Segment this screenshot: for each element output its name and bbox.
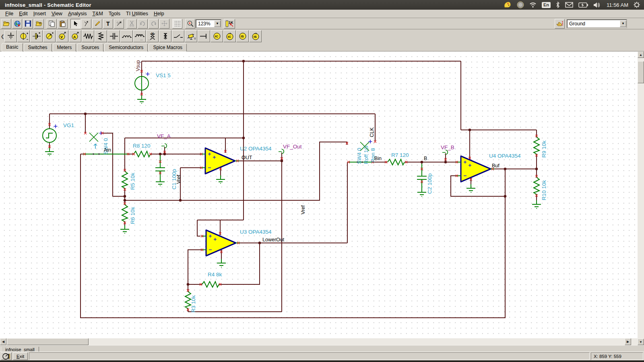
palette-voltage-generator-button[interactable]: V bbox=[56, 30, 68, 42]
resistor-r6[interactable] bbox=[120, 205, 129, 234]
keyboard-layout-indicator[interactable]: En bbox=[542, 2, 551, 8]
move-button-disabled[interactable] bbox=[159, 19, 169, 29]
volume-icon[interactable] bbox=[593, 2, 601, 8]
session-gear-icon[interactable] bbox=[634, 2, 640, 8]
opamp-u2[interactable] bbox=[200, 148, 239, 184]
palette-jumper-button[interactable] bbox=[198, 30, 210, 42]
palette-transformer-button[interactable] bbox=[159, 30, 171, 42]
wifi-icon[interactable] bbox=[529, 2, 537, 8]
opamp-u3[interactable] bbox=[201, 230, 240, 267]
resistor-r4[interactable] bbox=[202, 282, 219, 287]
probe-vf-out[interactable] bbox=[279, 149, 284, 154]
menu-view[interactable]: View bbox=[49, 10, 65, 17]
component-values-button[interactable]: 1K bbox=[224, 19, 235, 29]
menu-analysis[interactable]: Analysis bbox=[65, 10, 90, 17]
probe-vf-a[interactable] bbox=[161, 144, 167, 148]
palette-current-generator-button[interactable]: A bbox=[69, 30, 81, 42]
vs1-source[interactable] bbox=[135, 76, 149, 104]
horizontal-scroll-thumb[interactable] bbox=[7, 338, 89, 345]
vertical-scrollbar[interactable]: ▲ ▼ bbox=[638, 51, 644, 345]
tab-spice-macros[interactable]: Spice Macros bbox=[149, 43, 187, 51]
exit-button[interactable]: Exit bbox=[13, 352, 28, 360]
find-component-hand-button[interactable] bbox=[555, 19, 565, 29]
tab-semiconductors[interactable]: Semiconductors bbox=[104, 43, 148, 51]
resistor-r7[interactable] bbox=[388, 159, 405, 165]
scroll-left-arrow[interactable]: ◀ bbox=[0, 338, 6, 345]
undo-button-disabled[interactable] bbox=[138, 19, 148, 29]
probe-vf-b[interactable] bbox=[442, 150, 448, 154]
palette-controlled-source-ic2-button[interactable]: IC+1 bbox=[223, 30, 236, 42]
scroll-right-arrow[interactable]: ▶ bbox=[625, 338, 631, 345]
scroll-up-arrow[interactable]: ▲ bbox=[638, 51, 644, 58]
export-button[interactable] bbox=[34, 19, 44, 29]
horizontal-scrollbar[interactable]: ◀ ▶ bbox=[0, 338, 638, 345]
vg1-generator[interactable] bbox=[43, 129, 56, 156]
symbol-combo-arrow-icon[interactable]: ▼ bbox=[620, 21, 626, 27]
text-tool-button[interactable]: T bbox=[103, 19, 113, 29]
zoom-tool-button[interactable] bbox=[185, 19, 195, 29]
tab-sources[interactable]: Sources bbox=[77, 43, 103, 51]
palette-switch-button[interactable] bbox=[172, 30, 184, 42]
palette-ground-button[interactable] bbox=[4, 30, 17, 42]
mail-icon[interactable] bbox=[565, 2, 573, 8]
capacitor-c1[interactable] bbox=[155, 155, 165, 186]
status-orb-icon[interactable] bbox=[517, 1, 524, 8]
palette-capacitor-button[interactable] bbox=[107, 30, 120, 42]
menu-insert[interactable]: Insert bbox=[31, 10, 49, 17]
menu-tools[interactable]: Tools bbox=[106, 10, 123, 17]
open-web-button[interactable] bbox=[12, 19, 22, 29]
palette-potentiometer-button[interactable] bbox=[95, 30, 107, 42]
resistor-r10[interactable] bbox=[532, 177, 541, 209]
battery-icon[interactable] bbox=[578, 2, 588, 8]
palette-controlled-source-is1-button[interactable]: IS bbox=[236, 30, 249, 42]
menu-edit[interactable]: Edit bbox=[16, 10, 31, 17]
save-button[interactable] bbox=[23, 19, 33, 29]
vertical-scroll-thumb[interactable] bbox=[638, 61, 644, 83]
wire-tool-button[interactable] bbox=[114, 19, 124, 29]
resistor-r8[interactable] bbox=[134, 151, 151, 157]
scroll-down-arrow[interactable]: ▼ bbox=[638, 339, 644, 345]
schematic-components[interactable] bbox=[43, 72, 541, 309]
menu-ti-utilities[interactable]: TI Utilities bbox=[123, 10, 151, 17]
tab-switches[interactable]: Switches bbox=[24, 43, 52, 51]
zoom-level-combo[interactable]: 123% ▼ bbox=[196, 19, 221, 28]
palette-scroll-left[interactable]: ❮ bbox=[0, 30, 4, 42]
menu-t-m[interactable]: T&M bbox=[89, 10, 105, 17]
palette-resistor-button[interactable] bbox=[82, 30, 94, 42]
select-tool-button[interactable] bbox=[70, 19, 80, 29]
palette-voltage-source-button[interactable] bbox=[17, 30, 30, 42]
status-tool-button[interactable] bbox=[1, 352, 12, 360]
palette-battery-button[interactable] bbox=[30, 30, 43, 42]
menu-file[interactable]: File bbox=[2, 10, 16, 17]
clock[interactable]: 11:56 AM bbox=[607, 2, 628, 8]
tab-basic[interactable]: Basic bbox=[2, 43, 23, 52]
palette-current-source-button[interactable] bbox=[43, 30, 56, 42]
palette-variable-inductor-button[interactable]: ... bbox=[133, 30, 146, 42]
palette-relay-button[interactable]: T bbox=[185, 30, 197, 42]
resistor-r5[interactable] bbox=[122, 171, 128, 188]
open-file-button[interactable] bbox=[1, 19, 11, 29]
tab-meters[interactable]: Meters bbox=[53, 43, 76, 51]
redo-button-disabled[interactable] bbox=[149, 19, 159, 29]
opamp-u4[interactable] bbox=[456, 156, 495, 193]
palette-controlled-source-ic1-button[interactable]: IC bbox=[211, 30, 223, 42]
zoom-combo-arrow-icon[interactable]: ▼ bbox=[214, 21, 221, 27]
schematic-wires[interactable] bbox=[50, 61, 537, 318]
cut-button-disabled[interactable] bbox=[127, 19, 137, 29]
menu-help[interactable]: Help bbox=[151, 10, 167, 17]
pencil-tool-button[interactable] bbox=[92, 19, 102, 29]
system-tray: En 11:56 AM bbox=[504, 1, 644, 8]
symbol-select-combo[interactable]: Ground ▼ bbox=[567, 19, 627, 28]
bluetooth-icon[interactable] bbox=[556, 2, 560, 8]
resistor-r3[interactable] bbox=[185, 292, 191, 309]
palette-controlled-source-is2-button[interactable]: IS+1 bbox=[249, 30, 262, 42]
palette-inductor-button[interactable] bbox=[120, 30, 133, 42]
palette-coupled-inductors-button[interactable]: M... bbox=[146, 30, 159, 42]
app-indicator-icon[interactable] bbox=[504, 1, 512, 8]
probe-tool-button[interactable] bbox=[81, 19, 91, 29]
copy-button[interactable] bbox=[47, 19, 57, 29]
grid-toggle-button[interactable] bbox=[172, 19, 182, 29]
schematic-canvas[interactable]: Vsup VS1 5 VG1 SW4 0 Ain R8 120 VF_A C1 … bbox=[0, 51, 638, 338]
paste-button[interactable] bbox=[58, 19, 68, 29]
resistor-r9[interactable] bbox=[534, 137, 539, 154]
